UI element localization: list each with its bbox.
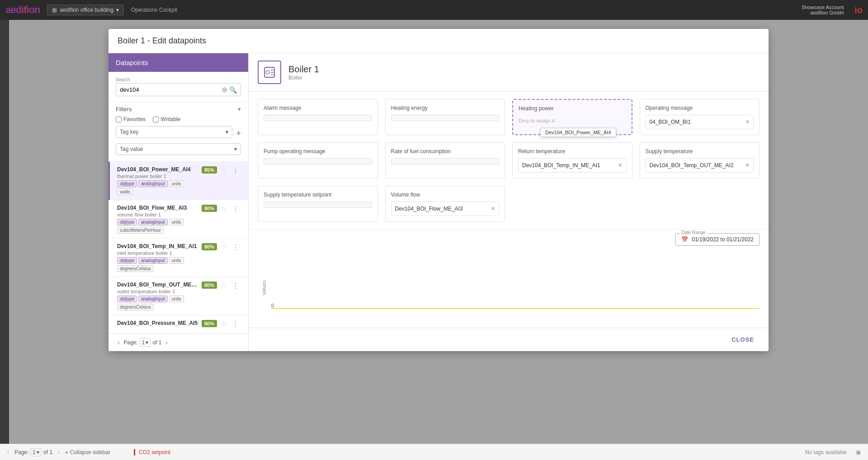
building-name: aedifion office building: [60, 7, 113, 13]
account-info: Showcase Account aedifion GmbH: [802, 5, 844, 15]
building-selector[interactable]: ▦ aedifion office building ▾: [47, 5, 124, 15]
company-name: aedifion GmbH: [802, 10, 844, 15]
topbar: aedifion ▦ aedifion office building ▾ Op…: [0, 0, 868, 20]
logo: aedifion: [5, 4, 40, 16]
io-logo: io: [854, 5, 863, 15]
nav-label: Operations Cockpit: [131, 7, 177, 13]
building-dropdown-icon: ▾: [116, 7, 119, 13]
account-name: Showcase Account: [802, 5, 844, 10]
